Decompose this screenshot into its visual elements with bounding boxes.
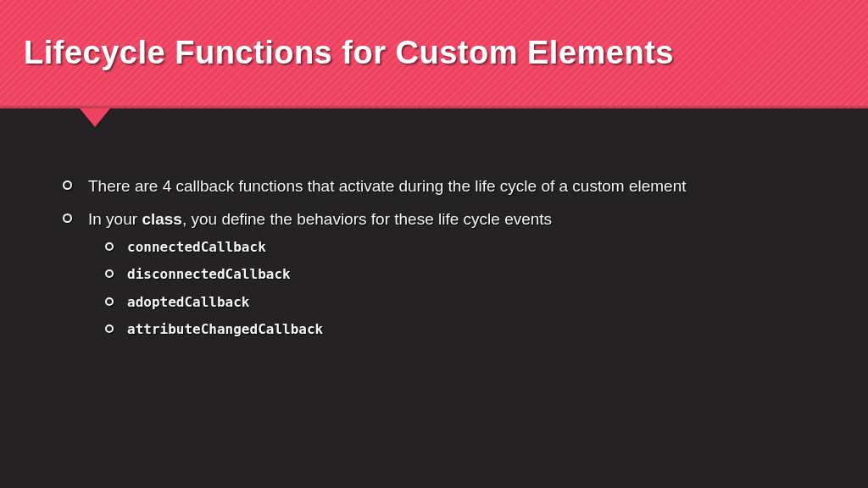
bullet-item: There are 4 callback functions that acti… xyxy=(63,175,817,199)
bullet-text-bold: class xyxy=(142,210,182,228)
slide-body: There are 4 callback functions that acti… xyxy=(0,108,868,340)
slide-header: Lifecycle Functions for Custom Elements xyxy=(0,0,868,108)
bullet-text-suffix: , you define the behaviors for these lif… xyxy=(182,210,552,228)
bullet-item: In your class, you define the behaviors … xyxy=(63,208,817,340)
sub-bullet-item: adoptedCallback xyxy=(105,293,817,312)
bullet-text-prefix: In your xyxy=(88,210,142,228)
slide-title: Lifecycle Functions for Custom Elements xyxy=(24,35,674,71)
bullet-text: There are 4 callback functions that acti… xyxy=(88,177,686,195)
sub-bullet-item: connectedCallback xyxy=(105,238,817,257)
sub-bullet-item: disconnectedCallback xyxy=(105,265,817,284)
header-notch xyxy=(80,108,110,127)
sub-bullet-item: attributeChangedCallback xyxy=(105,320,817,339)
